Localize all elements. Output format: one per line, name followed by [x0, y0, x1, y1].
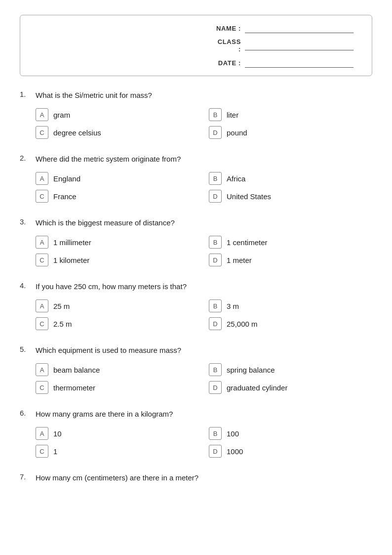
option-text-6-b: 100: [227, 429, 239, 438]
question-number-1: 1.: [20, 90, 31, 98]
option-text-5-d: graduated cylinder: [227, 384, 287, 392]
option-letter-3-b: B: [209, 236, 222, 249]
question-text-5: Which equipment is used to measure mass?: [36, 345, 181, 355]
option-1-a[interactable]: Agram: [36, 108, 199, 121]
option-text-2-c: France: [53, 192, 77, 201]
question-text-6: How many grams are there in a kilogram?: [36, 409, 173, 419]
class-label: CLASS :: [214, 38, 241, 53]
header-box: NAME : CLASS : DATE :: [20, 15, 372, 76]
option-letter-3-c: C: [36, 254, 48, 266]
question-number-4: 4.: [20, 281, 31, 290]
question-text-4: If you have 250 cm, how many meters is t…: [36, 281, 187, 292]
option-text-6-d: 1000: [227, 447, 243, 456]
option-letter-3-d: D: [209, 254, 222, 266]
option-letter-4-d: D: [209, 317, 222, 330]
option-3-c[interactable]: C1 kilometer: [36, 254, 199, 266]
question-block-4: 4.If you have 250 cm, how many meters is…: [20, 281, 372, 330]
option-letter-2-d: D: [209, 190, 222, 203]
option-5-c[interactable]: Cthermometer: [36, 381, 199, 394]
option-2-d[interactable]: DUnited States: [209, 190, 372, 203]
options-grid-3: A1 millimeterB1 centimeterC1 kilometerD1…: [36, 236, 372, 266]
date-row: DATE :: [214, 58, 362, 68]
option-text-1-d: pound: [227, 128, 247, 137]
option-letter-2-a: A: [36, 172, 48, 185]
option-5-b[interactable]: Bspring balance: [209, 363, 372, 376]
option-letter-2-c: C: [36, 190, 48, 203]
name-label: NAME :: [214, 25, 241, 32]
question-number-6: 6.: [20, 409, 31, 417]
option-text-4-d: 25,000 m: [227, 320, 258, 328]
option-6-b[interactable]: B100: [209, 427, 372, 440]
options-grid-6: A10B100C1D1000: [36, 427, 372, 458]
option-text-4-a: 25 m: [53, 302, 70, 310]
question-header-3: 3.Which is the biggest measure of distan…: [20, 217, 372, 228]
option-2-b[interactable]: BAfrica: [209, 172, 372, 185]
question-header-1: 1.What is the Si/metric unit for mass?: [20, 90, 372, 100]
options-grid-1: AgramBliterCdegree celsiusDpound: [36, 108, 372, 139]
option-letter-6-b: B: [209, 427, 222, 440]
option-2-c[interactable]: CFrance: [36, 190, 199, 203]
option-letter-2-b: B: [209, 172, 222, 185]
question-number-7: 7.: [20, 472, 31, 481]
option-text-3-b: 1 centimeter: [227, 238, 268, 247]
option-text-1-a: gram: [53, 111, 70, 119]
option-text-1-c: degree celsius: [53, 128, 101, 137]
name-row: NAME :: [214, 23, 362, 33]
option-text-2-a: England: [53, 174, 80, 183]
question-block-7: 7.How many cm (centimeters) are there in…: [20, 472, 372, 483]
question-text-7: How many cm (centimeters) are there in a…: [36, 472, 198, 483]
question-block-6: 6.How many grams are there in a kilogram…: [20, 409, 372, 458]
option-text-2-b: Africa: [227, 174, 245, 183]
option-letter-6-a: A: [36, 427, 48, 440]
option-6-d[interactable]: D1000: [209, 445, 372, 458]
option-text-6-c: 1: [53, 447, 57, 456]
option-text-5-b: spring balance: [227, 366, 275, 374]
question-block-1: 1.What is the Si/metric unit for mass?Ag…: [20, 90, 372, 139]
option-3-d[interactable]: D1 meter: [209, 254, 372, 266]
option-text-1-b: liter: [227, 111, 238, 119]
question-header-2: 2.Where did the metric system originate …: [20, 154, 372, 164]
option-2-a[interactable]: AEngland: [36, 172, 199, 185]
option-text-3-c: 1 kilometer: [53, 256, 89, 264]
question-block-2: 2.Where did the metric system originate …: [20, 154, 372, 203]
option-5-d[interactable]: Dgraduated cylinder: [209, 381, 372, 394]
option-5-a[interactable]: Abeam balance: [36, 363, 199, 376]
question-header-7: 7.How many cm (centimeters) are there in…: [20, 472, 372, 483]
questions-section: 1.What is the Si/metric unit for mass?Ag…: [20, 90, 372, 483]
option-letter-4-b: B: [209, 299, 222, 312]
option-text-4-b: 3 m: [227, 302, 239, 310]
option-6-c[interactable]: C1: [36, 445, 199, 458]
question-header-4: 4.If you have 250 cm, how many meters is…: [20, 281, 372, 292]
question-header-6: 6.How many grams are there in a kilogram…: [20, 409, 372, 419]
option-6-a[interactable]: A10: [36, 427, 199, 440]
option-text-3-d: 1 meter: [227, 256, 252, 264]
option-letter-5-d: D: [209, 381, 222, 394]
name-input[interactable]: [245, 23, 353, 33]
option-letter-1-d: D: [209, 126, 222, 139]
option-letter-4-c: C: [36, 317, 48, 330]
option-1-c[interactable]: Cdegree celsius: [36, 126, 199, 139]
option-text-5-c: thermometer: [53, 384, 95, 392]
option-letter-6-d: D: [209, 445, 222, 458]
option-text-2-d: United States: [227, 192, 271, 201]
class-input[interactable]: [245, 41, 353, 50]
option-3-b[interactable]: B1 centimeter: [209, 236, 372, 249]
option-4-c[interactable]: C2.5 m: [36, 317, 199, 330]
option-letter-1-a: A: [36, 108, 48, 121]
option-letter-1-b: B: [209, 108, 222, 121]
option-1-b[interactable]: Bliter: [209, 108, 372, 121]
option-letter-6-c: C: [36, 445, 48, 458]
option-1-d[interactable]: Dpound: [209, 126, 372, 139]
question-number-2: 2.: [20, 154, 31, 162]
options-grid-5: Abeam balanceBspring balanceCthermometer…: [36, 363, 372, 394]
date-input[interactable]: [245, 58, 353, 68]
header-right: NAME : CLASS : DATE :: [214, 23, 362, 68]
class-row: CLASS :: [214, 38, 362, 53]
option-4-d[interactable]: D25,000 m: [209, 317, 372, 330]
question-number-5: 5.: [20, 345, 31, 353]
question-number-3: 3.: [20, 217, 31, 226]
question-block-5: 5.Which equipment is used to measure mas…: [20, 345, 372, 394]
option-4-b[interactable]: B3 m: [209, 299, 372, 312]
option-3-a[interactable]: A1 millimeter: [36, 236, 199, 249]
option-4-a[interactable]: A25 m: [36, 299, 199, 312]
